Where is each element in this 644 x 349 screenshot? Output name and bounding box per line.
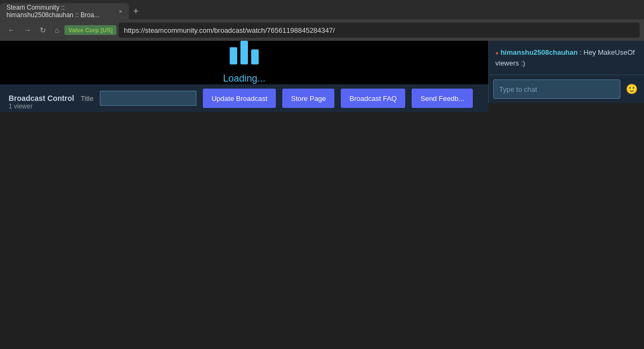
bar-1 xyxy=(230,47,237,64)
loading-icon xyxy=(230,41,259,64)
tab-close-btn[interactable]: × xyxy=(119,8,122,14)
chat-input[interactable] xyxy=(493,79,620,99)
broadcast-faq-button[interactable]: Broadcast FAQ xyxy=(341,89,405,108)
viewer-count: 1 viewer xyxy=(9,103,33,110)
title-label: Title xyxy=(80,94,93,103)
url-bar[interactable] xyxy=(119,23,640,38)
bottom-controls: Broadcast Control Title Update Broadcast… xyxy=(0,84,488,112)
chat-message: ● himanshu2508chauhan : Hey MakeUseOf vi… xyxy=(495,47,638,68)
broadcast-control-label: Broadcast Control xyxy=(9,94,74,103)
nav-bar: ← → ↻ ⌂ Valve Corp [US] xyxy=(0,19,644,41)
video-player: Loading... xyxy=(0,41,488,84)
send-feedback-button[interactable]: Send Feedb... xyxy=(412,89,473,108)
chat-username: himanshu2508chauhan xyxy=(501,48,578,56)
emoji-button[interactable]: 🙂 xyxy=(624,82,640,96)
chat-sidebar: ● himanshu2508chauhan : Hey MakeUseOf vi… xyxy=(488,41,644,103)
store-page-button[interactable]: Store Page xyxy=(282,89,334,108)
tab-title: Steam Community :: himanshu2508chauhan :… xyxy=(6,4,115,19)
page-content: Loading... Broadcast Control Title Updat… xyxy=(0,41,644,112)
video-wrap: Loading... Broadcast Control Title Updat… xyxy=(0,41,488,112)
security-badge: Valve Corp [US] xyxy=(64,25,116,35)
browser-chrome: Steam Community :: himanshu2508chauhan :… xyxy=(0,0,644,41)
forward-button[interactable]: → xyxy=(20,24,34,37)
new-tab-button[interactable]: + xyxy=(129,6,143,17)
chat-input-area: 🙂 xyxy=(489,75,644,103)
active-tab[interactable]: Steam Community :: himanshu2508chauhan :… xyxy=(0,3,129,19)
loading-text: Loading... xyxy=(223,73,265,84)
chat-messages: ● himanshu2508chauhan : Hey MakeUseOf vi… xyxy=(489,41,644,75)
title-input[interactable] xyxy=(100,91,196,106)
back-button[interactable]: ← xyxy=(4,24,18,37)
bar-2 xyxy=(240,41,248,64)
tab-bar: Steam Community :: himanshu2508chauhan :… xyxy=(0,0,644,19)
reload-button[interactable]: ↻ xyxy=(36,24,49,37)
bar-3 xyxy=(251,49,259,64)
update-broadcast-button[interactable]: Update Broadcast xyxy=(203,89,276,108)
home-button[interactable]: ⌂ xyxy=(52,24,62,37)
